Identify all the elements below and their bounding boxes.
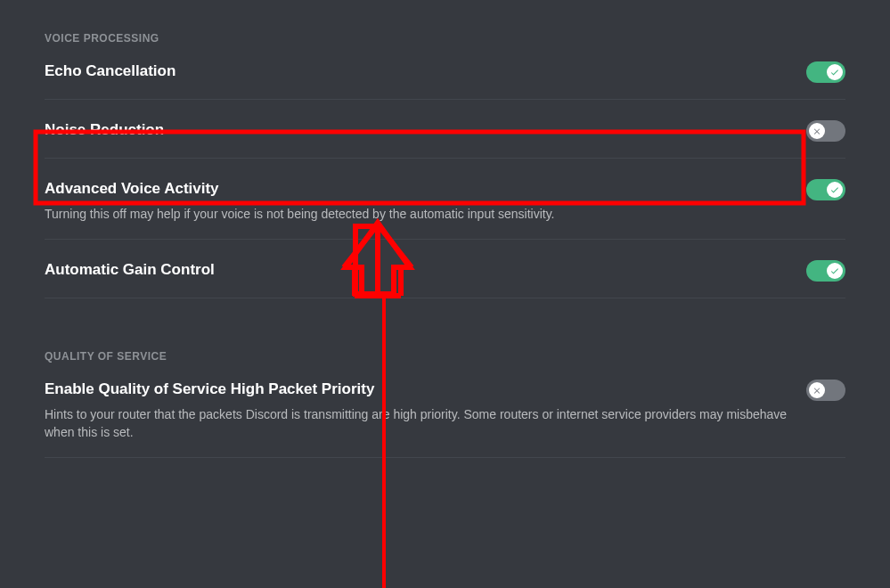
divider	[45, 239, 845, 240]
automatic-gain-control-title: Automatic Gain Control	[45, 259, 788, 281]
noise-reduction-title: Noise Reduction	[45, 119, 788, 141]
automatic-gain-control-row: Automatic Gain Control	[45, 259, 845, 298]
qos-hpp-title: Enable Quality of Service High Packet Pr…	[45, 379, 788, 400]
noise-reduction-row: Noise Reduction	[45, 119, 845, 158]
advanced-voice-activity-title: Advanced Voice Activity	[45, 178, 788, 200]
check-icon	[827, 263, 843, 279]
qos-header: QUALITY OF SERVICE	[45, 350, 845, 363]
qos-hpp-toggle[interactable]	[806, 380, 845, 401]
echo-cancellation-title: Echo Cancellation	[45, 61, 788, 82]
divider	[45, 158, 845, 159]
divider	[45, 457, 845, 458]
echo-cancellation-toggle[interactable]	[806, 61, 845, 83]
check-icon	[827, 182, 843, 198]
x-icon	[809, 382, 825, 398]
divider	[45, 298, 845, 298]
advanced-voice-activity-toggle[interactable]	[806, 179, 845, 200]
divider	[45, 99, 845, 100]
noise-reduction-toggle[interactable]	[806, 120, 845, 142]
advanced-voice-activity-desc: Turning this off may help if your voice …	[45, 205, 788, 223]
echo-cancellation-row: Echo Cancellation	[45, 61, 845, 99]
x-icon	[809, 123, 825, 139]
voice-processing-header: VOICE PROCESSING	[45, 32, 845, 45]
qos-hpp-row: Enable Quality of Service High Packet Pr…	[45, 379, 845, 457]
qos-hpp-desc: Hints to your router that the packets Di…	[45, 405, 788, 441]
check-icon	[827, 64, 843, 80]
automatic-gain-control-toggle[interactable]	[806, 260, 845, 282]
advanced-voice-activity-row: Advanced Voice Activity Turning this off…	[45, 178, 845, 239]
settings-panel: VOICE PROCESSING Echo Cancellation Noise…	[0, 0, 890, 458]
